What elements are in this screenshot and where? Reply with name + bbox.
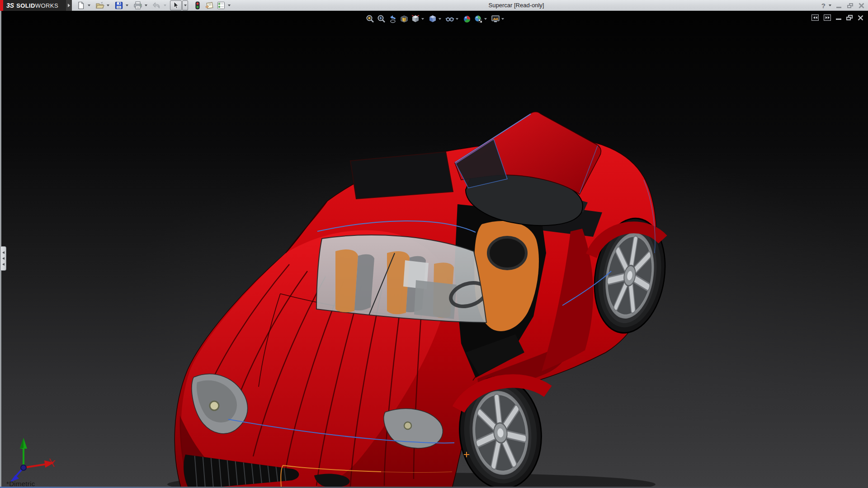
view-settings-dropdown[interactable]	[501, 18, 504, 20]
chevron-left-icon	[2, 263, 5, 266]
select-button[interactable]	[170, 0, 182, 10]
close-button[interactable]	[857, 1, 865, 9]
options-button[interactable]	[215, 0, 227, 10]
restore-icon	[847, 3, 853, 8]
title-bar: 3S SOLIDWORKS	[0, 0, 868, 11]
main-toolbar	[75, 0, 234, 10]
zoom-to-fit-icon[interactable]	[364, 14, 376, 24]
help-dropdown[interactable]	[829, 5, 831, 6]
view-settings-icon[interactable]	[490, 14, 501, 24]
options-dropdown[interactable]	[228, 5, 231, 6]
chevron-right-icon	[828, 16, 830, 19]
brand-red-stripe	[0, 0, 3, 11]
previous-view-icon[interactable]	[387, 14, 398, 24]
window-title: Supercar [Read-only]	[489, 2, 544, 9]
open-icon	[95, 1, 104, 9]
chevron-left-icon	[816, 16, 817, 19]
close-icon	[858, 15, 863, 21]
collapse-panel-button[interactable]	[811, 14, 819, 21]
chevron-left-icon	[2, 251, 5, 254]
hide-show-items-icon[interactable]	[444, 14, 455, 24]
apply-scene-icon[interactable]	[472, 14, 484, 24]
save-icon	[115, 1, 123, 9]
chevron-left-icon	[813, 16, 815, 19]
document-restore-button[interactable]	[846, 15, 853, 20]
restore-button[interactable]	[846, 1, 854, 9]
new-document-icon	[77, 1, 85, 9]
minimize-button[interactable]	[835, 1, 843, 9]
chevron-right-icon	[68, 4, 70, 7]
print-button[interactable]	[132, 0, 144, 10]
chevron-left-icon	[2, 257, 5, 260]
select-cursor-icon	[172, 1, 179, 9]
restore-icon	[846, 15, 853, 20]
solidworks-window: *Dimetric 3S SOLIDWORKS	[0, 0, 868, 488]
print-icon	[133, 1, 142, 9]
undo-dropdown[interactable]	[164, 5, 166, 6]
menu-expand-button[interactable]	[66, 0, 72, 11]
section-view-icon[interactable]	[398, 14, 410, 24]
new-document-button[interactable]	[75, 0, 87, 10]
select-dropdown[interactable]	[182, 0, 188, 10]
rebuild-button[interactable]	[192, 0, 203, 10]
undo-button[interactable]	[151, 0, 163, 10]
undo-icon	[152, 1, 161, 9]
minimize-icon	[836, 7, 841, 8]
print-dropdown[interactable]	[145, 5, 147, 6]
open-button[interactable]	[94, 0, 106, 10]
open-dropdown[interactable]	[107, 5, 109, 6]
view-orientation-icon[interactable]	[410, 14, 421, 24]
file-properties-button[interactable]	[203, 0, 215, 10]
options-icon	[217, 1, 225, 9]
solidworks-logo[interactable]: 3S SOLIDWORKS	[0, 0, 66, 11]
rebuild-traffic-light-icon	[195, 1, 200, 9]
save-dropdown[interactable]	[126, 5, 128, 6]
3ds-logo-icon: 3S	[6, 2, 14, 9]
new-dropdown[interactable]	[88, 5, 90, 6]
hide-show-items-dropdown[interactable]	[456, 18, 458, 20]
help-button[interactable]: ?	[821, 2, 826, 9]
file-properties-icon	[205, 1, 214, 9]
chevron-right-icon	[826, 16, 827, 19]
close-icon	[859, 3, 864, 9]
view-orientation-dropdown[interactable]	[421, 18, 424, 20]
car-model[interactable]	[0, 0, 868, 488]
document-minimize-button[interactable]	[836, 15, 841, 20]
minimize-icon	[836, 19, 841, 20]
feature-pane-collapse-handle[interactable]	[1, 246, 6, 271]
expand-panel-button[interactable]	[824, 14, 831, 21]
reference-triad	[5, 432, 59, 487]
save-button[interactable]	[113, 0, 125, 10]
triad-origin	[21, 465, 26, 470]
zoom-to-area-icon[interactable]	[376, 14, 387, 24]
display-style-icon[interactable]	[427, 14, 438, 24]
solidworks-wordmark: SOLIDWORKS	[16, 2, 58, 9]
display-style-dropdown[interactable]	[439, 18, 441, 20]
document-window-controls	[811, 14, 863, 21]
apply-scene-dropdown[interactable]	[484, 18, 487, 20]
document-close-button[interactable]	[858, 15, 863, 21]
heads-up-view-toolbar	[364, 14, 507, 24]
edit-appearance-icon[interactable]	[461, 14, 472, 24]
roof-glass[interactable]	[350, 152, 453, 199]
seat-headrest	[488, 237, 526, 269]
window-controls: ?	[821, 0, 865, 11]
